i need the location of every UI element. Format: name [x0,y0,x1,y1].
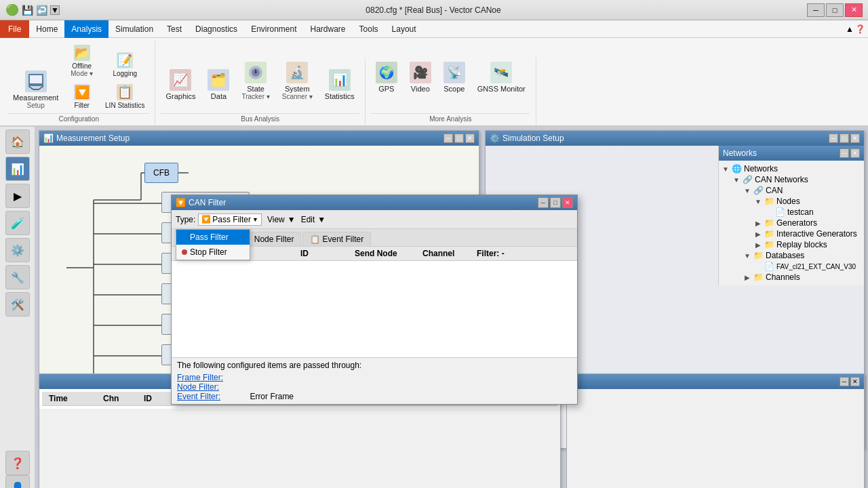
sidebar-icon-user[interactable]: 👤 [5,475,30,488]
ribbon-more-items: 🌍 GPS 🎥 Video 📡 Scope 🛰️ GNSS Monitor [371,59,530,96]
expand-icon[interactable]: ▶ [754,241,762,249]
ribbon-btn-statistics[interactable]: 📊 Statistics [320,66,359,103]
ribbon-btn-graphics[interactable]: 📈 Graphics [161,66,200,103]
tree-item-fav-db[interactable]: 📄 FAV_cl21_EXT_CAN_V30 [722,261,861,272]
ribbon-btn-scope[interactable]: 📡 Scope [439,59,470,96]
sidebar-icon-test[interactable]: 🧪 [5,211,30,235]
quick-access-extra[interactable]: ▼ [50,5,60,15]
quick-access-save[interactable]: 💾 [22,5,33,16]
ribbon-btn-offline-mode[interactable]: 📂 Offline Mode ▾ [66,42,98,80]
menu-home[interactable]: Home [29,20,64,38]
sidebar-icon-env[interactable]: ⚙️ [5,238,30,262]
sidebar-icon-simulation[interactable]: ▶ [5,184,30,208]
event-filter-link[interactable]: Event Filter: [177,392,220,401]
sim-close[interactable]: ✕ [850,134,860,143]
ribbon-btn-gps[interactable]: 🌍 GPS [371,59,402,96]
tree-item-can-networks[interactable]: ▼ 🔗 CAN Networks [722,174,861,185]
close-button[interactable]: ✕ [845,3,863,17]
view-toolbar-item[interactable]: View ▼ [267,215,296,224]
tree-label-fav-db: FAV_cl21_EXT_CAN_V30 [776,263,856,270]
ribbon-group-label-bus-analysis: Bus Analysis [161,113,359,124]
menu-hardware[interactable]: Hardware [304,20,353,38]
sim-maximize[interactable]: □ [840,134,849,143]
frame-filter-link[interactable]: Frame Filter: [177,373,223,382]
node-filter-link[interactable]: Node Filter: [177,382,219,392]
can-networks-icon: 🔗 [743,175,753,184]
minimize-button[interactable]: ─ [807,3,825,17]
filter-list-area[interactable] [172,261,577,357]
databases-icon: 📁 [753,251,764,260]
dropdown-item-pass-filter[interactable]: Pass Filter [176,230,250,245]
dialog-close[interactable]: ✕ [562,197,573,208]
ribbon-collapse-up[interactable]: ▲ [846,24,854,34]
ribbon-btn-logging[interactable]: 📝 Logging [100,49,149,80]
tree-item-testcan[interactable]: 📄 testcan [722,207,861,218]
sidebar-icon-home[interactable]: 🏠 [5,129,30,154]
expand-icon[interactable]: ▼ [754,198,762,205]
tree-item-replay[interactable]: ▶ 📁 Replay blocks [722,239,861,250]
ribbon-btn-filter[interactable]: 🔽 Filter [66,81,98,112]
networks-minimize[interactable]: ─ [840,148,849,158]
sidebar-icon-help[interactable]: ❓ [5,451,30,475]
tree-item-networks[interactable]: ▼ 🌐 Networks [722,163,861,174]
window-controls: ─ □ ✕ [807,3,863,17]
menu-diagnostics[interactable]: Diagnostics [189,20,244,38]
type-dropdown-button[interactable]: 🔽 Pass Filter ▼ [198,214,262,226]
ribbon-config-items: Measurement Setup 📂 Offline Mode ▾ 🔽 Fil… [8,42,149,112]
rp-minimize[interactable]: ─ [840,377,849,386]
event-filter-value: Error Frame [250,392,294,401]
networks-close[interactable]: ✕ [850,148,860,158]
ms-minimize[interactable]: ─ [443,134,453,143]
tree-item-can[interactable]: ▼ 🔗 CAN [722,185,861,196]
tree-item-interactive-gen[interactable]: ▶ 📁 Interactive Generators [722,228,861,239]
filter-tab-node[interactable]: Node Filter [247,232,302,246]
quick-access-undo[interactable]: ↩️ [36,5,47,16]
sidebar-icon-tools[interactable]: 🛠️ [5,292,30,317]
ribbon-btn-gnss-monitor[interactable]: 🛰️ GNSS Monitor [473,59,530,96]
tree-item-databases[interactable]: ▼ 📁 Databases [722,250,861,261]
ribbon-btn-measurement-setup[interactable]: Measurement Setup [8,68,63,112]
menu-file[interactable]: File [0,20,29,38]
dropdown-item-stop-filter[interactable]: Stop Filter [176,245,250,260]
ribbon-btn-trace[interactable]: 📋 LIN Statistics [100,81,149,112]
menu-simulation[interactable]: Simulation [108,20,160,38]
edit-toolbar-item[interactable]: Edit ▼ [301,215,326,224]
expand-icon[interactable]: ▼ [743,252,751,260]
menu-environment[interactable]: Environment [244,20,303,38]
rp-close[interactable]: ✕ [850,377,860,386]
menu-layout[interactable]: Layout [385,20,423,38]
sidebar-icon-hardware[interactable]: 🔧 [5,265,30,289]
expand-icon[interactable]: ▶ [754,230,762,238]
expand-icon[interactable]: ▶ [754,220,762,227]
dialog-minimize[interactable]: ─ [538,197,549,208]
ribbon-btn-video[interactable]: 🎥 Video [405,59,436,96]
menu-tools[interactable]: Tools [353,20,385,38]
ms-close[interactable]: ✕ [465,134,475,143]
ms-maximize[interactable]: □ [454,134,464,143]
expand-icon[interactable]: ▶ [743,274,751,281]
ribbon-help[interactable]: ❓ [855,24,865,34]
expand-icon[interactable]: ▼ [722,165,730,173]
expand-icon[interactable]: ▼ [732,176,741,184]
filter-tab-event[interactable]: 📋 Event Filter [302,232,371,246]
ribbon-btn-system-scanner[interactable]: 🔬 System Scanner ▾ [277,59,317,103]
tree-item-channels[interactable]: ▶ 📁 Channels [722,272,861,283]
fc-node-cpb[interactable]: CFB [144,163,178,183]
sidebar-icon-analysis[interactable]: 📊 [5,157,30,181]
networks-tree-content: ▼ 🌐 Networks ▼ 🔗 CAN Networks ▼ 🔗 CAN [719,161,864,285]
left-sidebar: 🏠 📊 ▶ 🧪 ⚙️ 🔧 🛠️ ❓ 👤 [0,127,35,488]
ribbon-btn-state-tracker[interactable]: State Tracker ▾ [237,59,274,103]
ribbon-label-graphics: Graphics [165,92,195,100]
info-text: The following configured items are passe… [177,361,572,370]
menu-test[interactable]: Test [160,20,189,38]
menu-analysis[interactable]: Analysis [64,20,108,38]
expand-icon[interactable]: ▼ [743,187,751,195]
tree-item-generators[interactable]: ▶ 📁 Generators [722,218,861,228]
ribbon-btn-data[interactable]: 🗂️ Data [203,66,234,103]
ribbon-label-scope: Scope [443,85,465,93]
col-filter: Filter: - [473,248,568,259]
sim-minimize[interactable]: ─ [829,134,838,143]
tree-item-nodes[interactable]: ▼ 📁 Nodes [722,196,861,207]
dialog-maximize[interactable]: □ [550,197,561,208]
maximize-button[interactable]: □ [826,3,844,17]
